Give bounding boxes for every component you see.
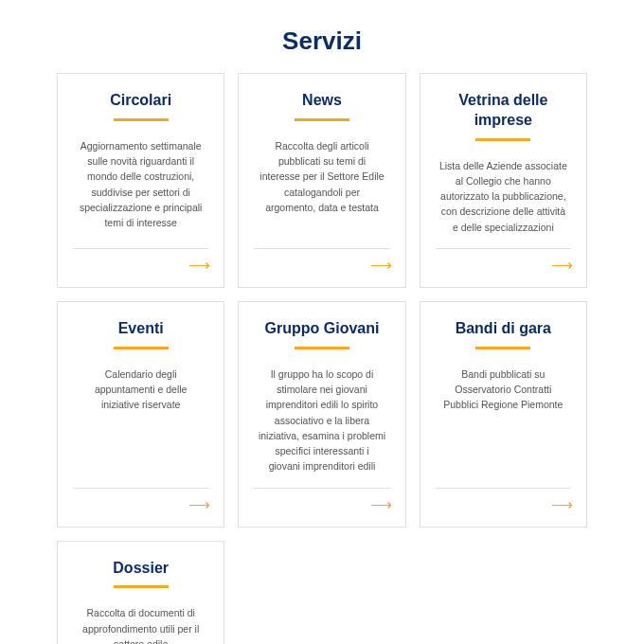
card-desc: Lista delle Aziende associate al Collegi… [436,158,571,235]
card-title: Bandi di gara [436,319,571,357]
card-desc: Aggiornamento settimanale sulle novità r… [73,138,208,235]
card-title: News [254,91,389,129]
card-desc: Bandi pubblicati su Osservatorio Contrat… [436,367,571,474]
card-circolari[interactable]: Circolari Aggiornamento settimanale sull… [57,73,224,288]
card-footer: ⟶ [73,488,208,513]
arrow-right-icon[interactable]: ⟶ [551,258,571,273]
card-footer: ⟶ [254,248,389,274]
arrow-right-icon[interactable]: ⟶ [551,497,571,512]
arrow-right-icon[interactable]: ⟶ [370,258,390,273]
card-title: Gruppo Giovani [254,319,389,357]
arrow-right-icon[interactable]: ⟶ [188,497,208,512]
card-dossier[interactable]: Dossier Raccolta di documenti di approfo… [57,541,224,644]
arrow-right-icon[interactable]: ⟶ [188,258,208,273]
card-title: Eventi [73,319,208,357]
card-eventi[interactable]: Eventi Calendario degli appuntamenti e d… [57,301,224,528]
card-footer: ⟶ [436,488,571,513]
arrow-right-icon[interactable]: ⟶ [370,497,390,512]
card-desc: Raccolta degli articoli pubblicati su te… [254,138,389,235]
card-title: Circolari [73,91,208,129]
card-desc: Il gruppo ha lo scopo di stimolare nei g… [254,367,389,474]
card-desc: Raccolta di documenti di approfondimento… [73,605,208,644]
card-bandi[interactable]: Bandi di gara Bandi pubblicati su Osserv… [420,301,587,528]
card-gruppo-giovani[interactable]: Gruppo Giovani Il gruppo ha lo scopo di … [238,301,405,528]
card-news[interactable]: News Raccolta degli articoli pubblicati … [238,73,405,288]
card-desc: Calendario degli appuntamenti e delle in… [73,367,208,474]
card-title: Vetrina delle imprese [436,91,571,149]
card-footer: ⟶ [254,488,389,513]
card-footer: ⟶ [436,248,571,274]
card-footer: ⟶ [73,248,208,274]
card-vetrina[interactable]: Vetrina delle imprese Lista delle Aziend… [420,73,587,288]
page-title: Servizi [0,0,644,73]
services-grid: Circolari Aggiornamento settimanale sull… [0,73,644,644]
card-title: Dossier [73,559,208,597]
